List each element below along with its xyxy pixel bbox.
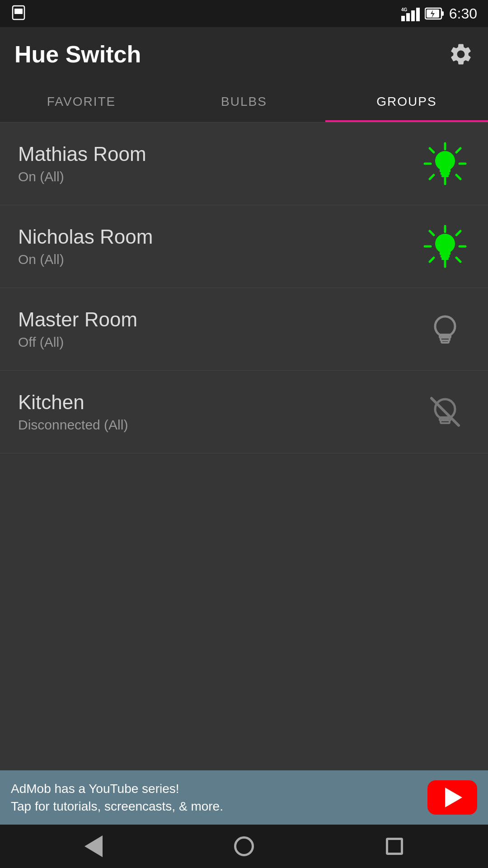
- item-text: Master Room Off (All): [18, 308, 137, 350]
- list-item[interactable]: Mathias Room On (All): [0, 123, 488, 205]
- ad-line2: Tap for tutorials, screencasts, & more.: [11, 797, 418, 815]
- tab-groups[interactable]: GROUPS: [325, 81, 488, 122]
- signal-icon: 4G: [401, 6, 420, 21]
- list-item[interactable]: Master Room Off (All): [0, 288, 488, 371]
- status-bar: 4G 6:30: [0, 0, 488, 27]
- home-button[interactable]: [230, 832, 258, 861]
- list-item[interactable]: Kitchen Disconnected (All): [0, 371, 488, 453]
- ad-text: AdMob has a YouTube series! Tap for tuto…: [11, 780, 418, 815]
- app-bar: Hue Switch: [0, 27, 488, 81]
- svg-line-30: [430, 258, 434, 262]
- svg-line-18: [430, 175, 434, 179]
- svg-line-29: [456, 231, 460, 235]
- svg-point-31: [435, 234, 455, 254]
- svg-rect-38: [441, 340, 449, 343]
- settings-button[interactable]: [448, 42, 474, 67]
- status-icons: 4G 6:30: [401, 5, 477, 22]
- ad-line1: AdMob has a YouTube series!: [11, 780, 418, 797]
- svg-point-35: [435, 316, 455, 336]
- youtube-play-button[interactable]: [427, 780, 477, 815]
- svg-line-17: [456, 148, 460, 152]
- back-button[interactable]: [79, 832, 108, 861]
- item-status: On (All): [18, 169, 146, 184]
- item-text: Nicholas Room On (All): [18, 226, 153, 267]
- tabs: FAVORITE BULBS GROUPS: [0, 81, 488, 123]
- play-triangle-icon: [445, 788, 462, 807]
- tab-bulbs[interactable]: BULBS: [163, 81, 325, 122]
- app-title: Hue Switch: [14, 41, 141, 68]
- svg-line-16: [456, 175, 460, 179]
- empty-space: [0, 453, 488, 770]
- item-text: Mathias Room On (All): [18, 143, 146, 184]
- item-name: Nicholas Room: [18, 226, 153, 248]
- status-bar-left-space: [11, 5, 26, 22]
- ad-banner[interactable]: AdMob has a YouTube series! Tap for tuto…: [0, 770, 488, 825]
- clock: 6:30: [449, 5, 477, 22]
- item-name: Mathias Room: [18, 143, 146, 165]
- battery-icon: [425, 6, 445, 21]
- bulb-on-icon: [420, 222, 470, 271]
- svg-rect-1: [14, 9, 23, 14]
- svg-line-28: [456, 258, 460, 262]
- item-status: Off (All): [18, 335, 137, 350]
- bulb-disconnected-icon: [420, 387, 470, 437]
- item-name: Master Room: [18, 308, 137, 331]
- svg-rect-20: [440, 169, 450, 172]
- recents-icon: [386, 838, 403, 855]
- svg-rect-32: [440, 252, 450, 255]
- svg-point-19: [435, 151, 455, 171]
- svg-rect-21: [441, 172, 450, 175]
- list-item[interactable]: Nicholas Room On (All): [0, 205, 488, 288]
- nav-bar: [0, 825, 488, 868]
- item-status: Disconnected (All): [18, 417, 128, 433]
- bulb-off-icon: [420, 304, 470, 354]
- svg-rect-3: [406, 13, 410, 21]
- svg-rect-2: [401, 16, 405, 21]
- svg-rect-5: [416, 8, 420, 21]
- bulb-on-icon: [420, 139, 470, 189]
- item-name: Kitchen: [18, 391, 128, 414]
- svg-rect-22: [441, 175, 449, 177]
- svg-rect-8: [441, 11, 444, 16]
- tab-favorite[interactable]: FAVORITE: [0, 81, 163, 122]
- svg-point-39: [435, 399, 455, 419]
- back-icon: [84, 835, 103, 857]
- svg-line-27: [430, 231, 434, 235]
- svg-rect-34: [441, 258, 449, 260]
- svg-text:4G: 4G: [401, 7, 408, 12]
- sim-card-icon: [11, 5, 26, 20]
- svg-rect-4: [411, 10, 415, 21]
- svg-rect-41: [441, 420, 450, 423]
- svg-rect-33: [441, 255, 450, 258]
- item-text: Kitchen Disconnected (All): [18, 391, 128, 433]
- svg-line-15: [430, 148, 434, 152]
- item-status: On (All): [18, 252, 153, 267]
- groups-list: Mathias Room On (All): [0, 123, 488, 770]
- home-icon: [234, 836, 254, 856]
- recents-button[interactable]: [380, 832, 409, 861]
